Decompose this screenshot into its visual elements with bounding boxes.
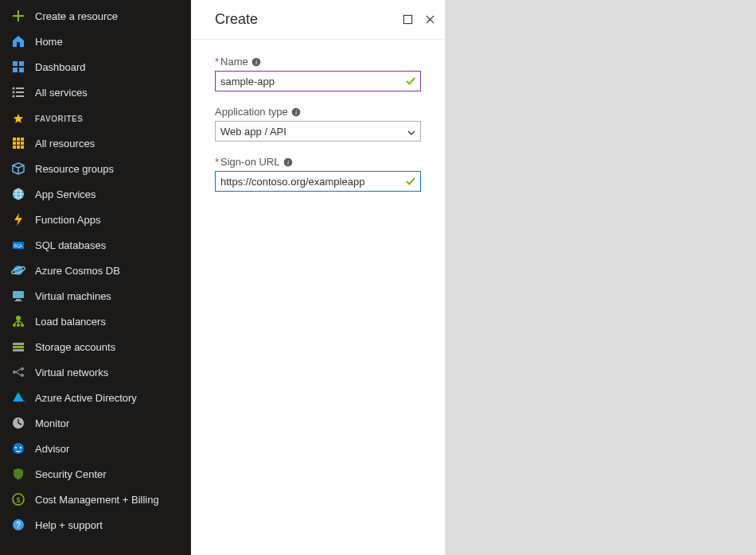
required-indicator: * [215, 156, 219, 168]
svg-rect-18 [17, 146, 20, 149]
sidebar-item-load-balancers[interactable]: Load balancers [0, 309, 191, 334]
svg-text:i: i [255, 59, 257, 66]
sidebar-item-cost-management[interactable]: $ Cost Management + Billing [0, 487, 191, 512]
field-label: Sign-on URL [220, 156, 279, 168]
sidebar-item-label: Azure Cosmos DB [35, 265, 120, 277]
grid-icon [11, 136, 25, 150]
sidebar-item-label: Storage accounts [35, 341, 115, 353]
sidebar-item-cosmos-db[interactable]: Azure Cosmos DB [0, 258, 191, 283]
maximize-icon[interactable] [402, 14, 413, 25]
outer-area [446, 0, 756, 555]
info-icon[interactable]: i [251, 57, 261, 67]
svg-text:?: ? [16, 521, 21, 530]
sidebar-item-label: Resource groups [35, 163, 114, 175]
svg-point-40 [13, 443, 24, 454]
info-icon[interactable]: i [291, 107, 301, 117]
cosmos-icon [11, 263, 25, 278]
globe-icon [11, 187, 25, 201]
sidebar-item-advisor[interactable]: Advisor [0, 436, 191, 461]
list-icon [11, 85, 25, 99]
panel-actions [402, 14, 435, 25]
sidebar-item-security-center[interactable]: Security Center [0, 461, 191, 487]
svg-rect-26 [13, 291, 24, 298]
svg-text:i: i [295, 109, 297, 116]
field-name: * Name i [215, 56, 421, 91]
sidebar-item-all-resources[interactable]: All resources [0, 130, 191, 156]
sidebar-item-label: All services [35, 87, 88, 99]
sidebar-item-function-apps[interactable]: Function Apps [0, 207, 191, 232]
sidebar-item-sql-databases[interactable]: SQL SQL databases [0, 232, 191, 258]
field-label-row: * Sign-on URL i [215, 156, 421, 168]
svg-rect-19 [21, 146, 24, 149]
sidebar-item-monitor[interactable]: Monitor [0, 410, 191, 436]
help-icon: ? [11, 518, 25, 532]
name-input[interactable] [215, 71, 421, 91]
svg-rect-4 [19, 68, 24, 72]
sidebar-item-label: Monitor [35, 417, 69, 429]
azure-ad-icon [11, 390, 25, 405]
panel-title: Create [215, 11, 258, 28]
sidebar-item-azure-ad[interactable]: Azure Active Directory [0, 385, 191, 410]
svg-rect-28 [14, 301, 22, 301]
svg-point-31 [17, 324, 20, 327]
sidebar-item-dashboard[interactable]: Dashboard [0, 54, 191, 80]
svg-point-36 [13, 371, 16, 374]
field-input-wrap [215, 171, 421, 192]
svg-rect-12 [17, 138, 20, 141]
field-label: Name [220, 56, 248, 68]
sidebar-item-label: Help + support [35, 519, 103, 531]
sidebar-item-resource-groups[interactable]: Resource groups [0, 156, 191, 181]
sql-icon: SQL [11, 238, 25, 252]
svg-rect-10 [16, 95, 24, 97]
plus-icon [11, 9, 25, 23]
svg-text:$: $ [16, 496, 20, 504]
sidebar-item-storage-accounts[interactable]: Storage accounts [0, 334, 191, 359]
close-icon[interactable] [424, 14, 435, 25]
sidebar-item-label: SQL databases [35, 239, 106, 251]
sidebar-item-virtual-machines[interactable]: Virtual machines [0, 283, 191, 309]
sidebar-item-label: Cost Management + Billing [35, 494, 159, 506]
sidebar-item-label: Create a resource [35, 10, 118, 22]
svg-rect-1 [13, 61, 18, 66]
field-input-wrap [215, 71, 421, 91]
svg-rect-27 [16, 299, 21, 301]
check-icon [405, 76, 416, 87]
sidebar-item-label: Function Apps [35, 214, 100, 226]
svg-point-30 [13, 324, 16, 327]
create-panel: Create * Name i [191, 0, 446, 555]
sidebar-item-home[interactable]: Home [0, 29, 191, 54]
field-label-row: * Name i [215, 56, 421, 68]
svg-text:SQL: SQL [14, 243, 24, 248]
sidebar-item-label: Dashboard [35, 61, 86, 73]
storage-icon [11, 340, 25, 354]
svg-rect-2 [19, 61, 24, 66]
sidebar-item-label: Virtual machines [35, 290, 111, 302]
load-balancer-icon [11, 314, 25, 328]
svg-rect-13 [21, 138, 24, 141]
advisor-icon [11, 441, 25, 456]
svg-point-5 [13, 87, 15, 90]
sidebar-item-help-support[interactable]: ? Help + support [0, 512, 191, 538]
info-icon[interactable]: i [283, 157, 293, 167]
sidebar-item-create-resource[interactable]: Create a resource [0, 3, 191, 29]
signon-url-input[interactable] [215, 171, 421, 192]
sidebar-item-label: Load balancers [35, 316, 106, 328]
sidebar: Create a resource Home Dashboard All ser… [0, 0, 191, 555]
sidebar-item-label: Virtual networks [35, 367, 108, 378]
required-indicator: * [215, 56, 219, 68]
svg-rect-47 [403, 15, 411, 23]
sidebar-item-label: Advisor [35, 443, 69, 455]
svg-rect-16 [21, 142, 24, 145]
check-icon [405, 176, 416, 187]
svg-rect-8 [16, 91, 24, 93]
svg-point-41 [15, 447, 17, 448]
lightning-icon [11, 212, 25, 227]
sidebar-item-virtual-networks[interactable]: Virtual networks [0, 359, 191, 385]
field-label-row: Application type i [215, 106, 421, 118]
svg-point-38 [21, 374, 24, 377]
monitor-icon [11, 416, 25, 430]
svg-rect-0 [17, 42, 20, 47]
sidebar-item-all-services[interactable]: All services [0, 80, 191, 105]
sidebar-item-app-services[interactable]: App Services [0, 181, 191, 207]
app-type-select[interactable]: Web app / API [215, 121, 421, 142]
